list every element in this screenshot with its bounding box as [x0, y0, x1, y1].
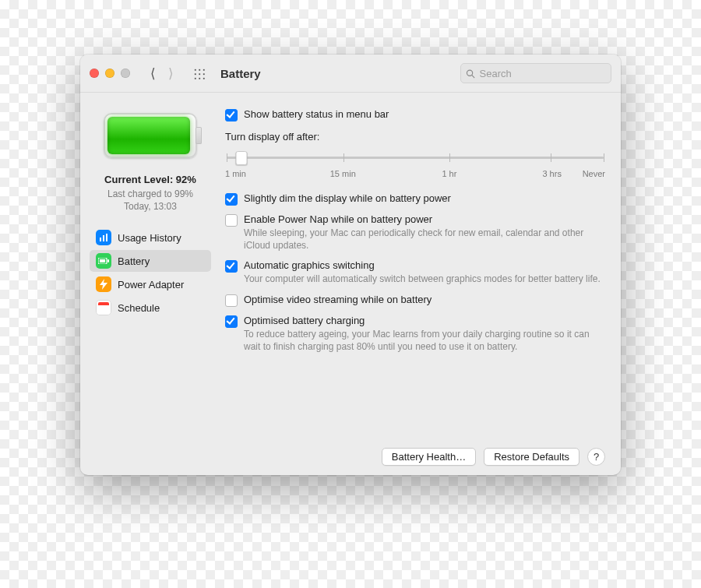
battery-health-button[interactable]: Battery Health…	[382, 448, 476, 466]
slider-tick	[604, 153, 604, 162]
display-off-slider[interactable]	[227, 150, 604, 164]
slider-tick	[449, 153, 450, 162]
main-panel: Show battery status in menu bar Turn dis…	[220, 93, 621, 475]
zoom-window-button[interactable]	[121, 69, 130, 78]
svg-rect-3	[103, 235, 104, 241]
battery-hero-icon	[104, 113, 197, 158]
close-window-button[interactable]	[90, 69, 99, 78]
sidebar-item-schedule[interactable]: Schedule	[90, 297, 211, 319]
sidebar-item-label: Battery	[118, 255, 150, 267]
gpu-switching-checkbox[interactable]	[225, 260, 238, 273]
optimised-charging-desc: To reduce battery ageing, your Mac learn…	[244, 328, 605, 353]
slider-tick	[551, 153, 551, 162]
svg-rect-2	[100, 238, 101, 241]
restore-defaults-button[interactable]: Restore Defaults	[484, 448, 579, 466]
power-nap-label: Enable Power Nap while on battery power	[244, 213, 432, 225]
show-all-prefs-button[interactable]	[192, 67, 205, 79]
back-button[interactable]: ⟨	[150, 65, 156, 82]
svg-line-1	[472, 75, 474, 77]
show-status-checkbox[interactable]	[225, 109, 238, 121]
battery-prefs-window: ⟨ ⟩ Battery Current Level: 92% Last char…	[80, 55, 621, 475]
forward-button[interactable]: ⟩	[168, 65, 174, 82]
video-streaming-label: Optimise video streaming while on batter…	[244, 294, 432, 305]
last-charged-label: Last charged to 99% Today, 13:03	[107, 188, 193, 213]
titlebar: ⟨ ⟩ Battery	[80, 55, 621, 93]
nav-buttons: ⟨ ⟩	[150, 65, 174, 82]
svg-rect-6	[100, 259, 105, 262]
sidebar-item-label: Usage History	[118, 232, 181, 244]
slider-tick-label: Never	[583, 169, 605, 178]
slider-knob[interactable]	[236, 151, 248, 165]
window-controls	[90, 69, 130, 78]
video-streaming-checkbox[interactable]	[225, 294, 238, 307]
search-icon	[466, 69, 475, 79]
optimised-charging-checkbox[interactable]	[225, 315, 238, 328]
sidebar-item-label: Power Adapter	[118, 279, 184, 290]
slider-tick-label: 15 min	[330, 169, 356, 178]
sidebar: Current Level: 92% Last charged to 99% T…	[80, 93, 220, 475]
battery-icon	[96, 253, 111, 269]
show-status-label: Show battery status in menu bar	[244, 108, 389, 120]
slider-tick-label: 1 hr	[442, 169, 456, 178]
sidebar-item-label: Schedule	[118, 302, 160, 314]
optimised-charging-label: Optimised battery charging	[244, 315, 365, 326]
slider-tick-label: 1 min	[225, 169, 246, 178]
power-nap-checkbox[interactable]	[225, 214, 238, 227]
sidebar-item-usage-history[interactable]: Usage History	[90, 227, 211, 248]
display-off-legend: 1 min15 min1 hr3 hrsNever	[225, 169, 605, 180]
page-title: Battery	[220, 67, 261, 80]
minimize-window-button[interactable]	[105, 69, 114, 78]
schedule-icon	[96, 300, 111, 315]
sidebar-item-power-adapter[interactable]: Power Adapter	[90, 273, 211, 295]
svg-marker-8	[100, 279, 107, 290]
gpu-switching-desc: Your computer will automatically switch …	[244, 273, 605, 285]
dim-display-checkbox[interactable]	[225, 193, 238, 206]
dim-display-label: Slightly dim the display while on batter…	[244, 192, 451, 204]
sidebar-item-battery[interactable]: Battery	[90, 250, 211, 272]
power-nap-desc: While sleeping, your Mac can periodicall…	[244, 227, 605, 252]
search-input[interactable]	[478, 67, 606, 80]
gpu-switching-label: Automatic graphics switching	[244, 259, 375, 271]
current-level-label: Current Level: 92%	[104, 174, 196, 185]
svg-rect-4	[106, 234, 107, 241]
slider-tick-label: 3 hrs	[542, 169, 561, 178]
slider-tick	[343, 153, 344, 162]
power-adapter-icon	[96, 276, 111, 292]
help-button[interactable]: ?	[587, 448, 605, 466]
svg-rect-7	[107, 259, 109, 262]
slider-tick	[227, 153, 227, 162]
display-off-label: Turn display off after:	[225, 131, 605, 143]
usage-history-icon	[96, 230, 111, 245]
search-field[interactable]	[460, 63, 611, 83]
